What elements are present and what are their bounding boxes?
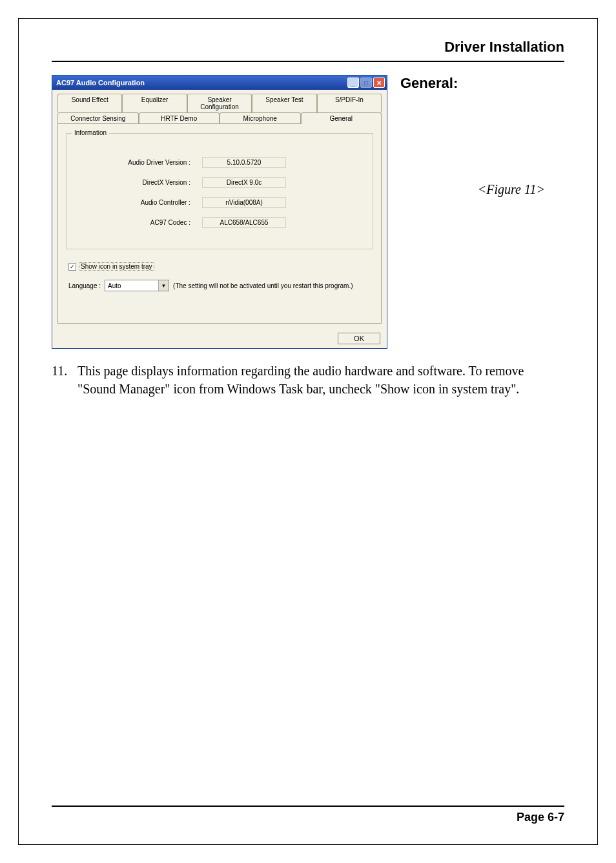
info-label: Audio Controller : — [73, 199, 202, 206]
minimize-button[interactable]: _ — [347, 78, 359, 88]
page-footer: Page 6-7 — [52, 806, 564, 824]
information-fieldset: Information Audio Driver Version : 5.10.… — [66, 133, 373, 249]
ac97-window: AC97 Audio Configuration _ □ ✕ Sound Eff… — [52, 75, 387, 349]
tab-microphone[interactable]: Microphone — [220, 112, 301, 124]
fieldset-legend: Information — [72, 129, 109, 136]
info-label: DirectX Version : — [73, 179, 202, 186]
ok-button[interactable]: OK — [338, 333, 380, 344]
tab-sound-effect[interactable]: Sound Effect — [57, 94, 122, 112]
info-value: ALC658/ALC655 — [202, 217, 286, 228]
info-label: Audio Driver Version : — [73, 159, 202, 166]
show-icon-checkbox[interactable]: ✓ — [68, 263, 76, 271]
language-hint: (The setting will not be activated until… — [173, 282, 353, 289]
list-number: 11. — [52, 362, 77, 398]
tab-speaker-test[interactable]: Speaker Test — [252, 94, 316, 112]
close-button[interactable]: ✕ — [373, 78, 385, 88]
list-text: This page displays information regarding… — [77, 362, 564, 398]
tab-hrtf-demo[interactable]: HRTF Demo — [139, 112, 220, 124]
chevron-down-icon[interactable]: ▼ — [158, 280, 169, 291]
info-value: DirectX 9.0c — [202, 177, 286, 188]
info-value: nVidia(008A) — [202, 197, 286, 208]
tab-equalizer[interactable]: Equalizer — [122, 94, 187, 112]
page-header: Driver Installation — [52, 39, 564, 62]
tab-general[interactable]: General — [301, 112, 382, 124]
tab-speaker-configuration[interactable]: Speaker Configuration — [187, 94, 252, 112]
info-value: 5.10.0.5720 — [202, 157, 286, 168]
body-paragraph: 11. This page displays information regar… — [52, 362, 564, 398]
language-label: Language : — [68, 282, 101, 289]
language-value: Auto — [105, 282, 158, 289]
titlebar[interactable]: AC97 Audio Configuration _ □ ✕ — [52, 76, 387, 90]
info-label: AC97 Codec : — [73, 219, 202, 226]
language-combo[interactable]: Auto ▼ — [105, 280, 169, 291]
show-icon-label: Show icon in system tray — [79, 262, 154, 271]
maximize-button[interactable]: □ — [360, 78, 372, 88]
section-label: General: — [400, 75, 564, 92]
tab-connector-sensing[interactable]: Connector Sensing — [57, 112, 139, 124]
window-title: AC97 Audio Configuration — [56, 79, 145, 87]
tab-spdif-in[interactable]: S/PDIF-In — [317, 94, 382, 112]
figure-caption: <Figure 11> — [400, 182, 564, 197]
